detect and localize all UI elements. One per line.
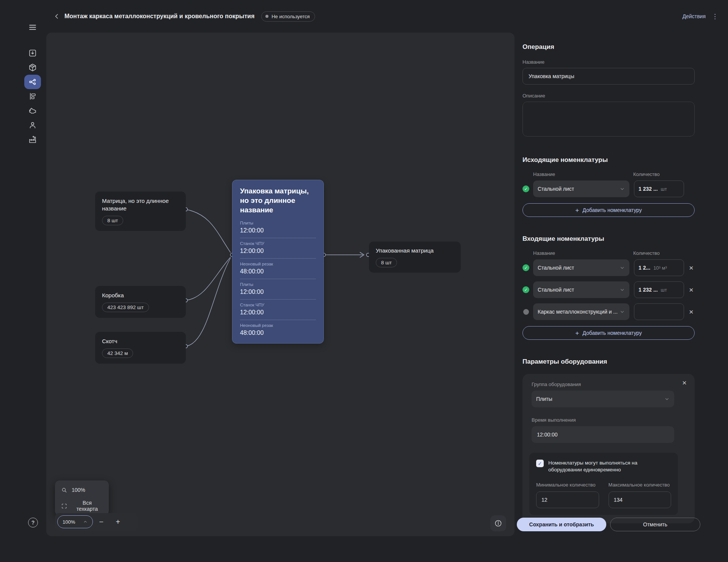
quantity-unit: 10³ м³	[653, 265, 667, 271]
status-badge: Не используется	[261, 11, 315, 22]
sidebar: ?	[0, 0, 46, 562]
panel-footer: Сохранить и отобразить Отменить	[517, 518, 700, 531]
operation-section: Неоновый резак 48:00:00	[240, 258, 316, 279]
quantity-input[interactable]: 1 232 ... шт	[634, 181, 684, 197]
sidebar-item-users[interactable]	[24, 118, 41, 132]
section-time: 12:00:00	[240, 248, 316, 254]
add-outgoing-nomenclature-button[interactable]: + Добавить номенклатуру	[522, 203, 695, 217]
status-dot-icon	[265, 15, 268, 18]
nomenclature-select[interactable]: Стальной лист	[533, 181, 629, 197]
nomenclature-value: Каркас металлоконструкций и ...	[538, 309, 618, 315]
app-root: ? Монтаж каркаса металлоконструкций и кр…	[0, 0, 728, 562]
name-label: Название	[522, 59, 695, 65]
remove-row-button[interactable]: ✕	[688, 308, 695, 315]
node-title: Скотч	[102, 338, 179, 345]
nomenclature-value: Стальной лист	[538, 186, 574, 192]
nomenclature-select[interactable]: Стальной лист	[533, 281, 629, 298]
node-box[interactable]: Коробка 423 423 892 шт	[95, 286, 186, 318]
zoom-level-menu-item[interactable]: 100%	[55, 482, 109, 498]
execution-time-label: Время выполнения	[532, 417, 686, 423]
execution-time-input[interactable]	[532, 426, 674, 443]
nomenclature-row: ✓ Стальной лист 1 2... 10³ м³ ✕	[522, 259, 695, 276]
sidebar-item-factory[interactable]	[24, 132, 41, 147]
add-incoming-nomenclature-button[interactable]: + Добавить номенклатуру	[522, 326, 695, 340]
section-label: Станок ЧПУ	[240, 241, 316, 246]
fit-screen-icon	[61, 503, 67, 509]
zoom-level-value: 100%	[63, 519, 75, 525]
remove-row-button[interactable]: ✕	[688, 286, 695, 293]
checkbox-checked-icon[interactable]: ✓	[536, 460, 544, 467]
quantity-input[interactable]: 1 2... 10³ м³	[634, 259, 684, 276]
min-quantity-label: Минимальное количество	[536, 482, 599, 488]
column-name: Название	[533, 250, 555, 256]
info-button[interactable]	[490, 515, 506, 531]
actions-button[interactable]: Действия	[682, 13, 706, 19]
nomenclature-value: Стальной лист	[538, 287, 574, 293]
zoom-out-button[interactable]: −	[93, 515, 110, 528]
edge-tape-to-operation	[186, 258, 231, 346]
edge-box-to-operation	[186, 257, 231, 300]
magnifier-icon	[61, 487, 67, 493]
equipment-group-select[interactable]: Плиты	[532, 391, 674, 407]
kebab-menu-button[interactable]: ⋮	[712, 13, 718, 20]
sidebar-item-products[interactable]	[24, 60, 41, 75]
person-icon	[28, 121, 37, 130]
section-time: 48:00:00	[240, 330, 316, 336]
zoom-toolbar: 100% − +	[55, 513, 138, 531]
menu-icon[interactable]	[24, 21, 42, 33]
quantity-value: 1 232 ...	[639, 186, 658, 192]
section-label: Неоновый резак	[240, 323, 316, 328]
quantity-value: 1 232 ...	[639, 287, 658, 293]
sidebar-item-techcards[interactable]	[24, 75, 41, 89]
sidebar-item-equipment[interactable]	[24, 104, 41, 118]
save-and-display-button[interactable]: Сохранить и отобразить	[517, 518, 606, 531]
plus-icon: +	[575, 330, 579, 336]
node-operation[interactable]: Упаковка матрицы, но это длинное названи…	[232, 180, 324, 344]
node-matrix[interactable]: Матрица, но это длинное название 8 шт	[95, 192, 186, 231]
operation-section: Станок ЧПУ 12:00:00	[240, 238, 316, 258]
chevron-left-icon	[53, 13, 60, 20]
quantity-input[interactable]: 1 232 ... шт	[634, 281, 684, 298]
nomenclature-select[interactable]: Каркас металлоконструкций и ...	[533, 303, 629, 320]
operation-section: Неоновый резак 48:00:00	[240, 320, 316, 340]
node-title: Упакованная матрица	[376, 247, 454, 254]
fit-techcard-menu-item[interactable]: Вся техкарта	[55, 498, 109, 514]
section-time: 12:00:00	[240, 309, 316, 316]
quantity-input[interactable]	[634, 303, 684, 320]
operation-panel: Операция Название Описание Исходящие ном…	[515, 33, 728, 562]
node-quantity-badge: 8 шт	[102, 216, 123, 225]
sidebar-item-production[interactable]	[24, 89, 41, 104]
min-quantity-input[interactable]	[536, 491, 599, 508]
check-circle-icon: ✓	[522, 264, 529, 271]
node-tape[interactable]: Скотч 42 342 м	[95, 332, 186, 364]
column-quantity: Количество	[633, 250, 660, 256]
nomenclature-value: Стальной лист	[538, 265, 574, 271]
zoom-level-dropdown[interactable]: 100%	[57, 515, 93, 528]
zoom-in-button[interactable]: +	[110, 515, 126, 528]
node-quantity-badge: 42 342 м	[102, 349, 133, 358]
remove-equipment-button[interactable]: ✕	[681, 379, 688, 386]
sidebar-item-import[interactable]	[24, 46, 41, 60]
operation-node-title: Упаковка матрицы, но это длинное названи…	[240, 186, 316, 215]
operation-name-input[interactable]	[522, 68, 695, 85]
nomenclature-select[interactable]: Стальной лист	[533, 259, 629, 276]
sidebar-nav	[24, 46, 41, 147]
back-button[interactable]	[52, 11, 62, 22]
topbar: Монтаж каркаса металлоконструкций и кров…	[46, 0, 728, 33]
chevron-down-icon	[620, 309, 625, 314]
column-name: Название	[533, 171, 555, 177]
simultaneous-checkbox-row[interactable]: ✓ Номенклатуры могут выполняться на обор…	[536, 460, 671, 473]
max-quantity-input[interactable]	[609, 491, 672, 508]
operation-section: Станок ЧПУ 12:00:00	[240, 299, 316, 320]
question-icon: ?	[31, 520, 35, 526]
cancel-button[interactable]: Отменить	[610, 518, 700, 531]
node-packed-matrix[interactable]: Упакованная матрица 8 шт	[369, 242, 461, 273]
nomenclature-row: ✓ Стальной лист 1 232 ... шт ✕	[522, 281, 695, 298]
help-button[interactable]: ?	[28, 518, 38, 527]
remove-row-button[interactable]: ✕	[688, 264, 695, 271]
column-quantity: Количество	[633, 171, 660, 177]
diagram-canvas[interactable]: Матрица, но это длинное название 8 шт Ко…	[46, 33, 515, 536]
operation-description-input[interactable]	[522, 102, 695, 137]
max-quantity-field: Максимальное количество	[609, 482, 672, 508]
zoom-menu-label: 100%	[72, 487, 85, 493]
